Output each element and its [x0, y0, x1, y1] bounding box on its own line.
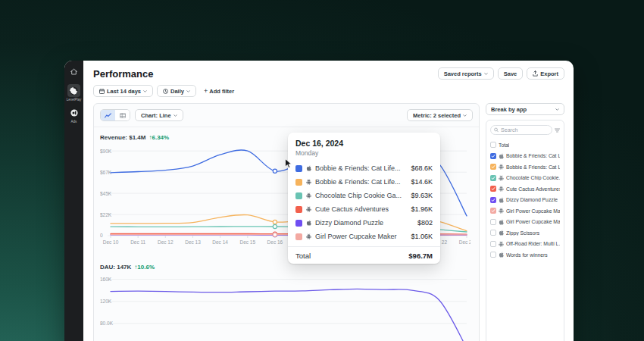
tooltip-row: Dizzy Diamond Puzzle$802: [295, 216, 433, 230]
checkbox-checked[interactable]: [490, 164, 496, 170]
breakdown-item[interactable]: Dizzy Diamond Puzzle: [490, 195, 560, 206]
save-label: Save: [504, 70, 517, 77]
svg-text:Dec 15: Dec 15: [239, 239, 255, 245]
plus-icon: +: [204, 87, 208, 95]
table-icon: [120, 113, 126, 118]
svg-text:160K: 160K: [100, 277, 112, 282]
tooltip-series-name: Girl Power Cupcake Maker: [315, 233, 407, 240]
filter-icon[interactable]: [555, 128, 560, 133]
series-swatch: [295, 179, 302, 186]
apple-icon: [499, 230, 504, 236]
breakdown-panel: TotalBobbie & Friends: Cat L...Bobbie & …: [486, 120, 564, 341]
filter-bar: Last 14 days Daily + Add filter: [93, 85, 564, 97]
tooltip-series-value: $68.6K: [411, 164, 433, 172]
add-filter-button[interactable]: + Add filter: [204, 87, 234, 95]
dau-chart[interactable]: 40.0K80.0K120K160K: [100, 273, 470, 341]
svg-text:Dec 16: Dec 16: [267, 239, 283, 245]
ads-nav-item[interactable]: Ads: [67, 106, 80, 124]
breakdown-item-label: Bobbie & Friends: Cat L...: [506, 164, 560, 170]
nav-rail: LevelPlay Ads: [64, 61, 83, 341]
svg-text:120K: 120K: [100, 299, 112, 304]
android-icon: [499, 186, 504, 192]
checkbox-checked[interactable]: [490, 208, 496, 214]
checkbox-unchecked[interactable]: [490, 252, 496, 258]
svg-text:Dec 12: Dec 12: [158, 239, 174, 245]
view-toggle-group: [100, 109, 130, 121]
checkbox-unchecked[interactable]: [490, 142, 496, 148]
android-icon: [499, 208, 504, 214]
line-view-toggle[interactable]: [101, 110, 115, 120]
export-label: Export: [540, 70, 558, 77]
tooltip-series-name: Cute Cactus Adventures: [315, 205, 407, 213]
search-row: [490, 125, 560, 135]
search-input[interactable]: [501, 127, 549, 133]
breakdown-item[interactable]: Off-Road Rider: Multi L...: [490, 239, 560, 250]
svg-text:Dec 10: Dec 10: [103, 239, 119, 245]
breakdown-list: TotalBobbie & Friends: Cat L...Bobbie & …: [490, 139, 560, 261]
tooltip-series-name: Bobbie & Friends: Cat Life...: [315, 164, 407, 172]
date-range-filter[interactable]: Last 14 days: [93, 85, 153, 97]
series-swatch: [295, 165, 302, 172]
metric-label: Metric: 2 selected: [413, 112, 461, 119]
checkbox-checked[interactable]: [490, 197, 496, 203]
apple-icon: [306, 220, 311, 226]
checkbox-checked[interactable]: [490, 186, 496, 192]
series-swatch: [295, 192, 302, 199]
break-by-select[interactable]: Break by app: [486, 103, 564, 115]
chevron-down-icon: [555, 108, 559, 111]
breakdown-item-label: Chocolate Chip Cookie...: [506, 175, 560, 180]
saved-reports-button[interactable]: Saved reports: [438, 67, 494, 80]
chart-tooltip: Dec 16, 2024 Monday Bobbie & Friends: Ca…: [288, 133, 440, 264]
breakdown-item[interactable]: Cute Cactus Adventures: [490, 183, 560, 195]
breakdown-item[interactable]: Girl Power Cupcake Ma...: [490, 217, 560, 228]
breakdown-item[interactable]: Words for winners: [490, 249, 560, 261]
checkbox-checked[interactable]: [490, 175, 496, 181]
breakdown-item[interactable]: Bobbie & Friends: Cat L...: [490, 161, 560, 173]
checkbox-checked[interactable]: [490, 153, 496, 159]
svg-text:Dec 14: Dec 14: [212, 239, 228, 245]
home-icon: [70, 67, 78, 76]
tooltip-series-value: $14.6K: [411, 178, 433, 186]
mouse-cursor: [285, 158, 292, 169]
breakdown-item-label: Zippy Scissors: [506, 230, 539, 236]
svg-text:80.0K: 80.0K: [100, 321, 114, 326]
page: { "theme": { "accent_blue": "#3f6ce1", "…: [0, 0, 644, 341]
dau-stat: DAU: 147K ↑10.6%: [100, 264, 473, 271]
svg-text:$22K: $22K: [100, 212, 112, 217]
chart-type-select[interactable]: Chart: Line: [135, 109, 183, 121]
save-button[interactable]: Save: [498, 67, 524, 80]
breakdown-item[interactable]: Bobbie & Friends: Cat L...: [490, 151, 560, 162]
tooltip-row: Bobbie & Friends: Cat Life...$14.6K: [295, 175, 433, 189]
breakdown-item-label: Words for winners: [506, 252, 548, 258]
tooltip-rows: Bobbie & Friends: Cat Life...$68.6KBobbi…: [295, 161, 433, 243]
dau-stat-label: DAU: 147K: [100, 264, 131, 271]
breakdown-item[interactable]: Girl Power Cupcake Ma...: [490, 205, 560, 217]
home-nav-item[interactable]: [70, 67, 78, 76]
checkbox-unchecked[interactable]: [490, 241, 496, 247]
tooltip-series-name: Chocolate Chip Cookie Ga...: [315, 192, 407, 199]
checkbox-unchecked[interactable]: [490, 219, 496, 225]
levelplay-nav-item[interactable]: LevelPlay: [67, 84, 82, 102]
breakdown-item-label: Off-Road Rider: Multi L...: [506, 241, 560, 246]
apple-icon: [306, 165, 311, 171]
export-button[interactable]: Export: [527, 67, 564, 80]
android-icon: [306, 179, 311, 185]
granularity-filter[interactable]: Daily: [157, 85, 196, 97]
checkbox-unchecked[interactable]: [490, 230, 496, 236]
table-view-toggle[interactable]: [115, 110, 130, 120]
apple-icon: [499, 197, 504, 203]
android-icon: [306, 233, 311, 239]
chart-toolbar: Chart: Line Metric: 2 selected: [94, 109, 479, 127]
breakdown-item[interactable]: Chocolate Chip Cookie...: [490, 173, 560, 184]
breakdown-item[interactable]: Total: [490, 139, 560, 151]
chevron-down-icon: [484, 73, 488, 75]
android-icon: [306, 206, 311, 212]
breakdown-item-label: Total: [499, 142, 509, 148]
breakdown-item[interactable]: Zippy Scissors: [490, 227, 560, 239]
metric-select[interactable]: Metric: 2 selected: [407, 109, 473, 121]
svg-text:$45K: $45K: [100, 191, 112, 196]
series-swatch: [295, 220, 302, 227]
svg-text:$90K: $90K: [100, 149, 112, 154]
android-icon: [499, 241, 504, 247]
date-range-label: Last 14 days: [107, 88, 141, 95]
